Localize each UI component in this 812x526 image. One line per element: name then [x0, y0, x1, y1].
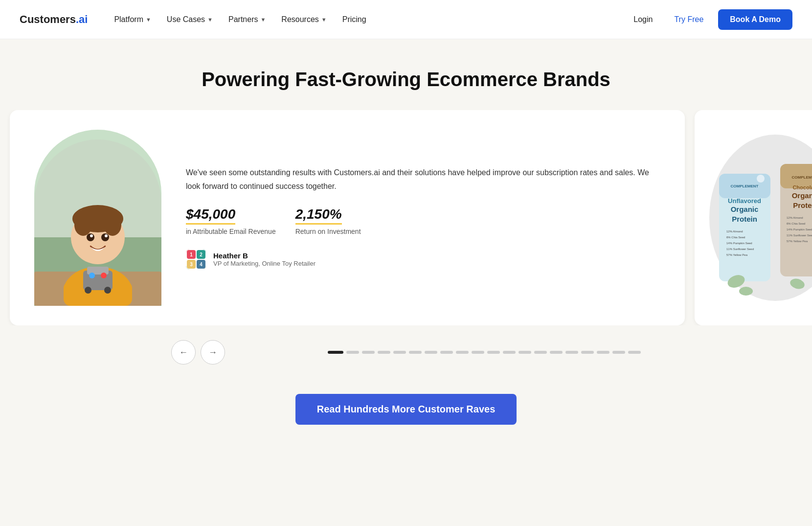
svg-text:12% Almond: 12% Almond: [726, 230, 743, 233]
card-image-arch: [34, 130, 161, 306]
nav-pricing[interactable]: Pricing: [336, 11, 373, 28]
card-stats-1: $45,000 in Attributable Email Revenue 2,…: [186, 206, 660, 235]
svg-text:Organic: Organic: [731, 205, 759, 213]
nav-pricing-label: Pricing: [342, 15, 366, 24]
logo[interactable]: Customers.ai: [20, 13, 88, 26]
carousel-dot-14[interactable]: [550, 351, 563, 354]
stat-2-value: 2,150%: [295, 206, 342, 225]
carousel-dot-15[interactable]: [565, 351, 578, 354]
svg-point-10: [90, 234, 93, 237]
author-title: VP of Marketing, Online Toy Retailer: [213, 260, 316, 267]
carousel-dot-8[interactable]: [456, 351, 469, 354]
svg-text:14% Pumpkin Seed: 14% Pumpkin Seed: [787, 228, 812, 231]
svg-text:12% Almond: 12% Almond: [787, 216, 803, 219]
svg-point-41: [757, 175, 765, 183]
next-arrow-button[interactable]: →: [201, 340, 225, 365]
read-raves-button[interactable]: Read Hundreds More Customer Raves: [295, 394, 517, 425]
main-content: Powering Fast-Growing Ecommerce Brands: [0, 39, 812, 454]
author-logo: 1 2 3 4: [186, 249, 206, 270]
carousel-dot-7[interactable]: [440, 351, 453, 354]
nav-links: Platform ▼ Use Cases ▼ Partners ▼ Resour…: [107, 11, 627, 28]
logo-text-customers: Customers: [20, 13, 76, 25]
svg-text:4: 4: [200, 262, 203, 267]
carousel-dot-11[interactable]: [503, 351, 516, 354]
nav-partners-label: Partners: [228, 15, 258, 24]
svg-point-16: [89, 273, 95, 278]
svg-text:COMPLEMENT: COMPLEMENT: [731, 184, 759, 188]
svg-point-8: [87, 233, 94, 241]
testimonial-card-2-partial: COMPLEMENT Unflavored Organic Protein 12…: [695, 110, 812, 325]
testimonial-card-1: We've seen some outstanding results with…: [10, 110, 685, 325]
stat-1-label: in Attributable Email Revenue: [186, 228, 276, 235]
svg-text:14% Pumpkin Seed: 14% Pumpkin Seed: [726, 242, 752, 245]
svg-point-17: [101, 273, 107, 278]
svg-text:Unflavored: Unflavored: [728, 197, 761, 205]
svg-text:Protein: Protein: [732, 215, 757, 223]
carousel-dot-10[interactable]: [487, 351, 500, 354]
carousel-dot-4[interactable]: [393, 351, 406, 354]
carousel-track: We've seen some outstanding results with…: [0, 110, 812, 325]
svg-point-44: [739, 287, 753, 296]
section-title: Powering Fast-Growing Ecommerce Brands: [0, 69, 812, 91]
nav-actions: Login Try Free Book A Demo: [627, 9, 792, 30]
svg-text:57% Yellow Pea: 57% Yellow Pea: [787, 240, 808, 243]
stat-2: 2,150% Return on Investment: [295, 206, 361, 235]
nav-partners[interactable]: Partners ▼: [222, 11, 272, 28]
svg-text:11% Sunflower Seed: 11% Sunflower Seed: [726, 248, 754, 251]
chevron-down-icon: ▼: [146, 17, 151, 23]
chevron-down-icon: ▼: [321, 17, 327, 23]
svg-point-9: [101, 233, 109, 241]
carousel-dot-6[interactable]: [425, 351, 437, 354]
nav-resources[interactable]: Resources ▼: [274, 11, 333, 28]
try-free-button[interactable]: Try Free: [667, 11, 710, 28]
carousel-dot-1[interactable]: [346, 351, 359, 354]
carousel-dots: [328, 351, 641, 354]
testimonial-image: [34, 139, 161, 306]
svg-text:3: 3: [190, 262, 193, 267]
book-demo-button[interactable]: Book A Demo: [718, 9, 792, 30]
svg-text:2: 2: [200, 252, 203, 257]
logo-text-ai: .ai: [76, 13, 88, 25]
carousel-dot-3[interactable]: [378, 351, 390, 354]
nav-use-cases[interactable]: Use Cases ▼: [160, 11, 220, 28]
author-name: Heather B: [213, 252, 316, 260]
svg-rect-12: [64, 281, 77, 306]
svg-text:57% Yellow Pea: 57% Yellow Pea: [726, 253, 748, 256]
prev-arrow-button[interactable]: ←: [171, 340, 196, 365]
stat-1: $45,000 in Attributable Email Revenue: [186, 206, 276, 235]
carousel-dot-0[interactable]: [328, 351, 343, 354]
stat-2-label: Return on Investment: [295, 228, 361, 235]
testimonials-carousel: We've seen some outstanding results with…: [0, 110, 812, 325]
carousel-controls: ← →: [161, 325, 651, 365]
carousel-dot-9[interactable]: [472, 351, 484, 354]
card-content-1: We've seen some outstanding results with…: [186, 166, 660, 269]
svg-text:Protein: Protein: [793, 201, 812, 209]
carousel-dot-19[interactable]: [628, 351, 641, 354]
nav-platform-label: Platform: [114, 15, 143, 24]
card-image-column: [34, 130, 161, 306]
svg-point-7: [104, 214, 121, 236]
nav-platform[interactable]: Platform ▼: [107, 11, 158, 28]
card-author-1: 1 2 3 4 Heather B VP of Marketin: [186, 249, 660, 270]
carousel-dot-13[interactable]: [534, 351, 547, 354]
login-button[interactable]: Login: [627, 11, 659, 28]
stat-1-value: $45,000: [186, 206, 235, 225]
svg-text:1: 1: [190, 252, 193, 257]
cta-section: Read Hundreds More Customer Raves: [0, 365, 812, 454]
chevron-down-icon: ▼: [260, 17, 266, 23]
svg-point-19: [104, 287, 111, 294]
partial-image-column: COMPLEMENT Unflavored Organic Protein 12…: [709, 135, 812, 301]
svg-point-18: [85, 287, 91, 294]
svg-text:6% Chia Seed: 6% Chia Seed: [726, 236, 745, 239]
author-info: Heather B VP of Marketing, Online Toy Re…: [213, 252, 316, 267]
arrow-group: ← →: [171, 340, 225, 365]
carousel-dot-12[interactable]: [519, 351, 531, 354]
svg-text:11% Sunflower Seed: 11% Sunflower Seed: [787, 234, 812, 237]
carousel-dot-2[interactable]: [362, 351, 375, 354]
carousel-dot-18[interactable]: [612, 351, 625, 354]
carousel-dot-17[interactable]: [597, 351, 609, 354]
carousel-dot-16[interactable]: [581, 351, 594, 354]
svg-point-11: [105, 234, 108, 237]
carousel-dot-5[interactable]: [409, 351, 422, 354]
svg-rect-13: [118, 281, 132, 306]
